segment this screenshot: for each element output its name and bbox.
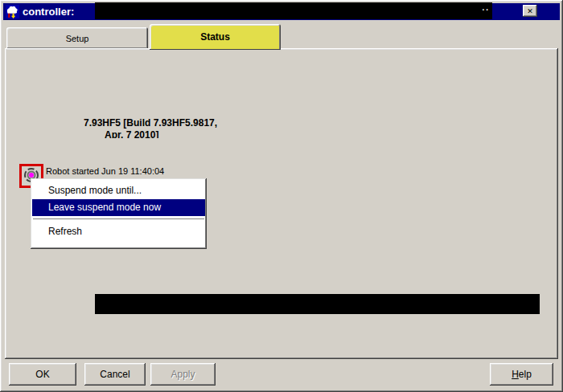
tab-setup[interactable]: Setup xyxy=(6,27,148,49)
hub-primary-redaction xyxy=(95,294,540,314)
robot-version-value: 7.93HF5 [Build 7.93HF5.9817, Apr. 7 2010… xyxy=(84,117,285,138)
tab-setup-label: Setup xyxy=(66,34,89,43)
ok-button[interactable]: OK xyxy=(9,363,76,386)
controller-dialog: controller: .. ✕ Setup Status Robot name… xyxy=(0,0,563,392)
robot-version-line1: 7.93HF5 [Build 7.93HF5.9817, xyxy=(84,117,285,129)
menu-separator xyxy=(33,218,204,220)
title-redaction-bar: .. xyxy=(95,2,492,19)
menu-item-leave-suspend-mode-now[interactable]: Leave suspend mode now xyxy=(32,199,205,216)
tab-status[interactable]: Status xyxy=(150,24,281,50)
robot-started-text: Robot started Jun 19 11:40:04 xyxy=(46,166,164,176)
cancel-button[interactable]: Cancel xyxy=(84,363,146,386)
close-icon[interactable]: ✕ xyxy=(523,5,537,17)
tab-status-label: Status xyxy=(200,31,230,43)
title-redaction-dots: .. xyxy=(482,3,490,12)
app-icon xyxy=(6,5,19,18)
apply-button[interactable]: Apply xyxy=(150,363,216,386)
help-button[interactable]: Help xyxy=(490,363,553,386)
window-title: controller: xyxy=(23,6,74,18)
menu-item-suspend-mode-until[interactable]: Suspend mode until... xyxy=(32,182,205,199)
suspend-context-menu: Suspend mode until... Leave suspend mode… xyxy=(31,178,207,249)
robot-version-line2: Apr. 7 2010] xyxy=(105,129,285,138)
menu-item-refresh[interactable]: Refresh xyxy=(32,223,205,240)
